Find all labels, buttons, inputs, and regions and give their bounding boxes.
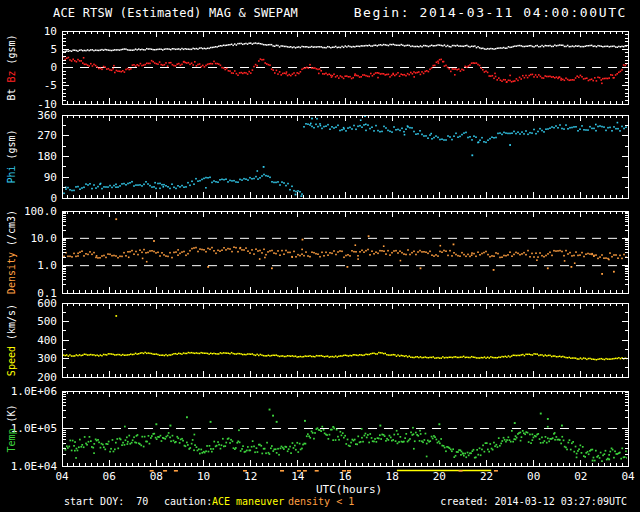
data-layer-temp — [61, 409, 628, 462]
x-tick-label: 22 — [480, 470, 493, 483]
density-flag — [150, 470, 154, 472]
x-tick-label: 04 — [621, 470, 635, 483]
caution-label: caution: — [164, 495, 212, 508]
y-tick-label: 5 — [50, 43, 57, 56]
plot-canvas: 1050-5-10Bt Bz (gsm)360270180900Phi (gsm… — [0, 0, 640, 512]
y-tick-label: 1.0E+05 — [11, 422, 57, 435]
created-timestamp: created: 2014-03-12 03:27:09UTC — [440, 495, 627, 508]
x-tick-label: 06 — [103, 470, 116, 483]
y-tick-label: 300 — [37, 352, 57, 365]
y-tick-label: 1.0E+04 — [11, 460, 58, 473]
caution-maneuver-label: ACE maneuver — [212, 495, 284, 508]
y-tick-label: -5 — [44, 79, 57, 92]
density-flag — [174, 470, 178, 472]
data-layer-mag — [61, 42, 627, 84]
y-axis-title-temp: Temp (K) — [6, 404, 17, 452]
panel-density: 100.010.01.00.1Density (/cm3) — [6, 205, 629, 300]
panel-temp: 1.0E+061.0E+051.0E+04Temp (K) — [6, 385, 628, 473]
density-flag — [494, 470, 498, 472]
y-tick-label: 600 — [37, 297, 57, 310]
y-tick-label: 400 — [37, 334, 57, 347]
panel-frame — [62, 115, 628, 198]
y-axis-title-speed: Speed (km/s) — [6, 304, 17, 376]
y-tick-label: 0 — [50, 61, 57, 74]
x-tick-label: 20 — [433, 470, 446, 483]
y-tick-label: 1.0 — [37, 259, 57, 272]
y-tick-label: 90 — [44, 171, 57, 184]
caution-density-label: density < 1 — [288, 495, 354, 508]
data-layer-density — [61, 218, 629, 274]
y-axis-title-mag: Bt Bz (gsm) — [6, 34, 17, 100]
panel-speed: 600500400300200Speed (km/s) — [6, 297, 628, 384]
x-tick-label: 04 — [55, 470, 69, 483]
y-tick-label: 200 — [37, 371, 57, 384]
y-tick-label: 500 — [37, 315, 57, 328]
y-tick-label: 10.0 — [31, 232, 58, 245]
x-tick-label: 16 — [338, 470, 351, 483]
x-tick-label: 08 — [150, 470, 163, 483]
density-flag — [342, 470, 346, 472]
density-flag — [315, 470, 319, 472]
y-tick-label: 270 — [37, 129, 57, 142]
y-tick-label: 1.0E+06 — [11, 385, 57, 398]
density-flag — [459, 470, 463, 472]
panel-frame — [62, 303, 628, 377]
x-tick-label: 02 — [574, 470, 587, 483]
ace-rtsw-screen: ACE RTSW (Estimated) MAG & SWEPAM Begin:… — [0, 0, 640, 512]
density-flag — [347, 470, 351, 472]
x-tick-label: 10 — [197, 470, 210, 483]
panel-phi: 360270180900Phi (gsm) — [6, 109, 629, 205]
panel-mag: 1050-5-10Bt Bz (gsm) — [6, 25, 628, 111]
y-axis-title-density: Density (/cm3) — [6, 210, 17, 294]
density-flag — [303, 470, 307, 472]
x-tick-label: 14 — [291, 470, 305, 483]
y-tick-label: 10 — [44, 25, 57, 38]
panel-frame — [62, 211, 628, 293]
y-tick-label: 360 — [37, 109, 57, 122]
y-tick-label: 100.0 — [24, 205, 57, 218]
density-flag — [280, 470, 284, 472]
x-tick-label: 12 — [244, 470, 257, 483]
data-layer-speed — [61, 315, 627, 360]
density-flag — [243, 470, 247, 472]
x-tick-label: 18 — [386, 470, 399, 483]
y-tick-label: 180 — [37, 150, 57, 163]
data-layer-phi — [61, 115, 629, 197]
y-axis-title-phi: Phi (gsm) — [6, 129, 17, 183]
y-tick-label: 0 — [50, 192, 57, 205]
density-flag — [297, 470, 301, 472]
x-tick-label: 00 — [527, 470, 540, 483]
density-flag — [163, 470, 167, 472]
start-doy-label: start DOY: 70 — [64, 495, 148, 508]
